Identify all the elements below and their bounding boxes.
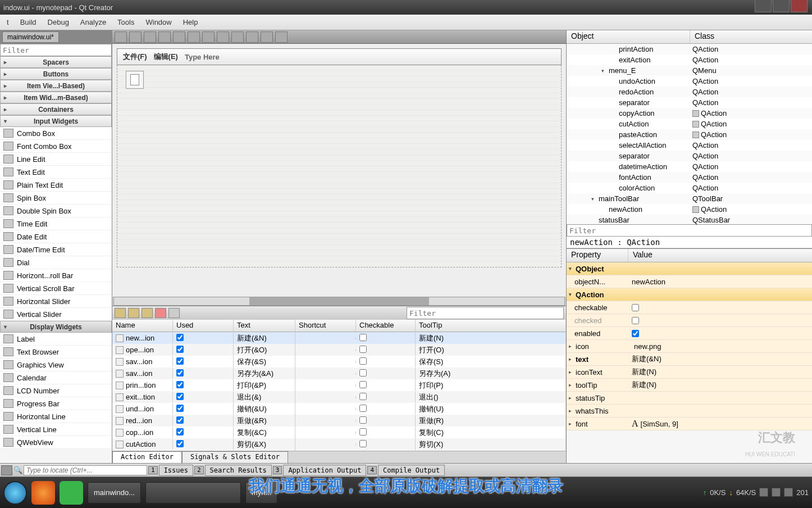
start-button[interactable] <box>3 481 27 505</box>
action-row[interactable]: cop...ion复制(&C)复制(C) <box>112 427 566 438</box>
checkable-checkbox[interactable] <box>359 369 367 377</box>
menu-item-analyze[interactable]: Analyze <box>80 18 106 26</box>
close-button[interactable] <box>791 0 808 12</box>
form-menu-type-here[interactable]: Type Here <box>185 53 220 61</box>
checkable-checkbox[interactable] <box>359 381 367 388</box>
col-shortcut[interactable]: Shortcut <box>295 320 356 332</box>
layout-horiz-icon[interactable] <box>173 31 185 43</box>
checkable-checkbox[interactable] <box>359 428 367 436</box>
widget-item[interactable]: Combo Box <box>0 127 112 140</box>
tray-icon[interactable] <box>759 488 768 497</box>
widget-item[interactable]: Calendar <box>0 371 112 384</box>
prop-row[interactable]: ▸text新建(&N) <box>567 353 812 366</box>
tray-volume-icon[interactable] <box>772 488 781 497</box>
prop-row[interactable]: objectN...newAction <box>567 275 812 288</box>
cat-item-views[interactable]: Item Vie...l-Based) <box>0 80 112 92</box>
layout-form-icon[interactable] <box>246 31 258 43</box>
action-row[interactable]: new...ion新建(&N)新建(N) <box>112 332 566 344</box>
widget-item[interactable]: Text Browser <box>0 346 112 359</box>
used-checkbox[interactable] <box>176 416 184 424</box>
prop-checkbox[interactable] <box>632 317 639 324</box>
prop-row[interactable]: enabled <box>567 327 812 340</box>
used-checkbox[interactable] <box>176 393 184 400</box>
object-row[interactable]: statusBarQStatusBar <box>567 215 812 224</box>
object-row[interactable]: ▾mainToolBarQToolBar <box>567 193 812 204</box>
form-menubar[interactable]: 文件(F) 编辑(E) Type Here <box>117 48 562 65</box>
widget-item[interactable]: Label <box>0 333 112 346</box>
col-text[interactable]: Text <box>234 320 295 332</box>
widget-item[interactable]: QWebView <box>0 436 112 449</box>
menu-item-build[interactable]: Build <box>20 18 37 26</box>
object-row[interactable]: colorActionQAction <box>567 183 812 193</box>
minimize-button[interactable] <box>755 0 772 12</box>
widget-item[interactable]: Date Edit <box>0 230 112 243</box>
edit-buddies-icon[interactable] <box>144 31 156 43</box>
widget-item[interactable]: Line Edit <box>0 153 112 166</box>
col-checkable[interactable]: Checkable <box>356 320 416 332</box>
used-checkbox[interactable] <box>176 381 184 388</box>
cat-item-widgets[interactable]: Item Wid...m-Based) <box>0 92 112 103</box>
delete-action-icon[interactable] <box>155 308 166 318</box>
layout-horiz-split-icon[interactable] <box>202 31 215 43</box>
qt-creator-icon[interactable] <box>60 481 83 505</box>
new-action-icon[interactable] <box>115 308 126 318</box>
menu-item-tools[interactable]: Tools <box>117 18 134 26</box>
col-value[interactable]: Value <box>628 249 812 262</box>
action-row[interactable]: und...ion撤销(&U)撤销(U) <box>112 403 566 415</box>
object-row[interactable]: datetimeActionQAction <box>567 161 812 172</box>
used-checkbox[interactable] <box>176 334 184 341</box>
object-row[interactable]: cutActionQAction <box>567 119 812 129</box>
adjust-size-icon[interactable] <box>275 31 288 43</box>
used-checkbox[interactable] <box>176 440 184 447</box>
action-row[interactable]: ope...ion打开(&O)打开(O) <box>112 344 566 356</box>
layout-vert-split-icon[interactable] <box>217 31 229 43</box>
form-menu-edit[interactable]: 编辑(E) <box>154 52 178 62</box>
widget-item[interactable]: Double Spin Box <box>0 205 112 217</box>
action-filter-input[interactable] <box>407 307 564 319</box>
menu-item[interactable]: t <box>7 18 9 26</box>
used-checkbox[interactable] <box>176 428 184 436</box>
edit-signals-icon[interactable] <box>129 31 142 43</box>
tray-time[interactable]: 201 <box>796 488 809 497</box>
copy-action-icon[interactable] <box>142 308 153 318</box>
cat-spacers[interactable]: Spacers <box>0 56 112 68</box>
prop-row[interactable]: ▸whatsThis <box>567 405 812 418</box>
checkable-checkbox[interactable] <box>359 334 367 341</box>
prop-row[interactable]: ▸statusTip <box>567 392 812 405</box>
form-menu-file[interactable]: 文件(F) <box>123 52 147 62</box>
action-row[interactable]: cutAction剪切(&X)剪切(X) <box>112 438 566 450</box>
widget-item[interactable]: Progress Bar <box>0 397 112 410</box>
prop-checkbox[interactable] <box>632 330 639 337</box>
object-row[interactable]: pasteActionQAction <box>567 129 812 140</box>
menu-item-window[interactable]: Window <box>145 18 171 26</box>
widget-item[interactable]: Graphics View <box>0 359 112 371</box>
object-row[interactable]: separatorQAction <box>567 151 812 161</box>
object-row[interactable]: redoActionQAction <box>567 87 812 97</box>
tab-search-results[interactable]: Search Results <box>205 465 272 476</box>
toggle-sidebar-icon[interactable] <box>1 465 12 475</box>
open-action-icon[interactable] <box>128 308 139 318</box>
widget-item[interactable]: Horizont...roll Bar <box>0 269 112 282</box>
widget-item[interactable]: Plain Text Edit <box>0 179 112 192</box>
prop-group-qobject[interactable]: ▾QObject <box>567 262 812 275</box>
layout-grid-icon[interactable] <box>231 31 244 43</box>
maximize-button[interactable] <box>773 0 790 12</box>
taskbar-app-2[interactable] <box>145 482 241 504</box>
tab-issues[interactable]: Issues <box>159 465 193 476</box>
prop-row[interactable]: ▸icon new.png <box>567 340 812 353</box>
widget-item[interactable]: Font Combo Box <box>0 140 112 153</box>
tab-signals-slots[interactable]: Signals & Slots Editor <box>182 451 288 463</box>
used-checkbox[interactable] <box>176 346 184 353</box>
tab-application-output[interactable]: Application Output <box>283 465 366 476</box>
object-row[interactable]: copyActionQAction <box>567 108 812 119</box>
widget-item[interactable]: Dial <box>0 256 112 269</box>
checkable-checkbox[interactable] <box>359 440 367 447</box>
taskbar-app-3[interactable]: myn... <box>245 482 277 504</box>
widget-item[interactable]: LCD Number <box>0 384 112 397</box>
canvas-hscrollbar[interactable] <box>113 297 565 306</box>
edit-widgets-icon[interactable] <box>115 31 127 43</box>
prop-row[interactable]: checked <box>567 314 812 327</box>
prop-row[interactable]: ▸toolTip新建(N) <box>567 379 812 392</box>
prop-row[interactable]: ▸iconText新建(N) <box>567 366 812 379</box>
widget-item[interactable]: Horizontal Line <box>0 410 112 423</box>
